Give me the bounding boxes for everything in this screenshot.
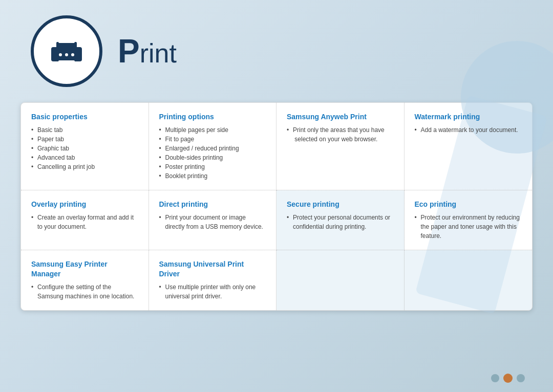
samsung-anyweb-list: Print only the areas that you have selec… xyxy=(287,125,394,144)
title-rest: rint xyxy=(140,38,177,68)
secure-printing-title: Secure printing xyxy=(287,200,394,209)
svg-point-5 xyxy=(65,53,68,56)
nav-dot-1[interactable] xyxy=(491,374,499,382)
list-item: Create an overlay format and add it to y… xyxy=(31,213,138,231)
samsung-easy-printer-title: Samsung Easy Printer Manager xyxy=(31,259,138,278)
list-item: Protect our environment by reducing the … xyxy=(415,213,522,241)
cell-basic-properties: Basic properties Basic tab Paper tab Gra… xyxy=(21,103,149,190)
cell-printing-options: Printing options Multiple pages per side… xyxy=(149,103,277,190)
cell-overlay-printing: Overlay printing Create an overlay forma… xyxy=(21,190,149,250)
cell-watermark-printing: Watermark printing Add a watermark to yo… xyxy=(405,103,533,190)
watermark-printing-list: Add a watermark to your document. xyxy=(415,125,522,135)
list-item: Print your document or image directly fr… xyxy=(159,213,266,231)
samsung-universal-title: Samsung Universal Print Driver xyxy=(159,259,266,278)
list-item: Cancelling a print job xyxy=(31,162,138,171)
content-grid: Basic properties Basic tab Paper tab Gra… xyxy=(20,102,533,311)
watermark-printing-title: Watermark printing xyxy=(415,112,522,121)
list-item: Booklet printing xyxy=(159,171,266,181)
list-item: Advanced tab xyxy=(31,153,138,162)
cell-samsung-easy-printer: Samsung Easy Printer Manager Configure t… xyxy=(21,250,149,310)
list-item: Multiple pages per side xyxy=(159,125,266,135)
samsung-universal-list: Use multiple printer with only one unive… xyxy=(159,282,266,301)
list-item: Print only the areas that you have selec… xyxy=(287,125,394,144)
samsung-easy-printer-list: Configure the setting of the Samsung mac… xyxy=(31,282,138,301)
list-item: Basic tab xyxy=(31,125,138,135)
nav-dot-2[interactable] xyxy=(503,374,513,383)
title-letter-p: P xyxy=(118,33,140,70)
svg-rect-2 xyxy=(58,36,75,43)
basic-properties-list: Basic tab Paper tab Graphic tab Advanced… xyxy=(31,125,138,171)
printing-options-list: Multiple pages per side Fit to page Enla… xyxy=(159,125,266,181)
list-item: Configure the setting of the Samsung mac… xyxy=(31,282,138,301)
cell-empty-2 xyxy=(405,250,533,310)
printer-icon-circle xyxy=(31,15,102,87)
list-item: Enlarged / reduced printing xyxy=(159,144,266,153)
list-item: Protect your personal documents or confi… xyxy=(287,213,394,231)
list-item: Paper tab xyxy=(31,135,138,144)
cell-samsung-anyweb: Samsung Anyweb Print Print only the area… xyxy=(276,103,405,190)
list-item: Graphic tab xyxy=(31,144,138,153)
list-item: Double-sides printing xyxy=(159,153,266,162)
list-item: Add a watermark to your document. xyxy=(415,125,522,135)
list-item: Fit to page xyxy=(159,135,266,144)
page-title: Print xyxy=(118,32,177,70)
svg-point-6 xyxy=(71,53,74,56)
printer-icon xyxy=(46,31,87,72)
svg-rect-3 xyxy=(58,60,75,68)
eco-printing-list: Protect our environment by reducing the … xyxy=(415,213,522,241)
overlay-printing-list: Create an overlay format and add it to y… xyxy=(31,213,138,231)
basic-properties-title: Basic properties xyxy=(31,112,138,121)
cell-secure-printing: Secure printing Protect your personal do… xyxy=(276,190,405,250)
printing-options-title: Printing options xyxy=(159,112,266,121)
svg-point-4 xyxy=(59,53,62,56)
direct-printing-title: Direct printing xyxy=(159,200,266,209)
overlay-printing-title: Overlay printing xyxy=(31,200,138,209)
samsung-anyweb-title: Samsung Anyweb Print xyxy=(287,112,394,121)
eco-printing-title: Eco printing xyxy=(415,200,522,209)
cell-samsung-universal: Samsung Universal Print Driver Use multi… xyxy=(149,250,277,310)
nav-dot-3[interactable] xyxy=(517,374,525,382)
secure-printing-list: Protect your personal documents or confi… xyxy=(287,213,394,231)
nav-dots xyxy=(491,374,525,383)
cell-eco-printing: Eco printing Protect our environment by … xyxy=(405,190,533,250)
list-item: Poster printing xyxy=(159,162,266,171)
list-item: Use multiple printer with only one unive… xyxy=(159,282,266,301)
cell-empty-1 xyxy=(276,250,405,310)
direct-printing-list: Print your document or image directly fr… xyxy=(159,213,266,231)
cell-direct-printing: Direct printing Print your document or i… xyxy=(149,190,277,250)
